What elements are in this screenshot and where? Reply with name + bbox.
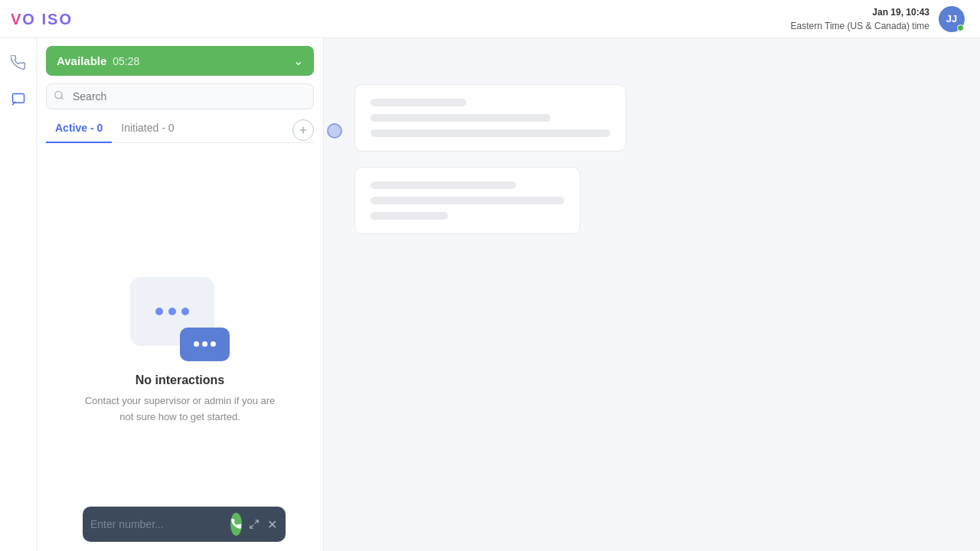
avatar[interactable]: JJ <box>939 6 965 32</box>
skeleton-line <box>371 99 466 106</box>
chevron-down-icon: ⌄ <box>293 54 303 68</box>
panel-left: Available 05:28 ⌄ Active - 0 Initiated -… <box>37 38 324 551</box>
tab-initiated[interactable]: Initiated - 0 <box>112 117 183 143</box>
dot-white-1 <box>194 341 199 347</box>
empty-state-title: No interactions <box>136 373 224 387</box>
logo-v: V <box>11 11 22 28</box>
header: Jan 19, 10:43 Eastern Time (US & Canada)… <box>0 0 980 38</box>
logo-o2: O <box>59 11 73 28</box>
dial-call-button[interactable] <box>230 513 242 536</box>
dot-white-2 <box>202 341 207 347</box>
skeleton-line <box>371 129 610 137</box>
avatar-status-dot <box>957 24 964 31</box>
available-time: 05:28 <box>113 55 139 67</box>
main-area <box>324 38 980 551</box>
available-bar[interactable]: Available 05:28 ⌄ <box>46 46 314 76</box>
svg-rect-0 <box>12 94 24 103</box>
dial-close-button[interactable]: ✕ <box>266 513 278 536</box>
search-icon <box>54 90 64 103</box>
available-label: Available <box>57 54 106 67</box>
logo-s: S <box>47 11 59 28</box>
chat-illustration <box>130 269 230 361</box>
search-container <box>46 83 314 109</box>
dial-expand-button[interactable] <box>248 513 260 536</box>
header-time: Jan 19, 10:43 <box>791 5 929 19</box>
skeleton-line <box>371 197 564 204</box>
tab-active[interactable]: Active - 0 <box>46 117 112 143</box>
empty-state-description: Contact your supervisor or admin if you … <box>80 393 279 425</box>
svg-line-3 <box>61 97 64 99</box>
skeleton-card-1 <box>354 84 626 152</box>
dot-white-3 <box>211 341 216 347</box>
skeleton-card-2 <box>354 167 580 234</box>
skeleton-line <box>371 181 516 189</box>
tabs-row: Active - 0 Initiated - 0 <box>46 117 314 143</box>
add-interaction-button[interactable] <box>292 119 314 141</box>
sidebar-icon-chat[interactable] <box>6 87 31 112</box>
avatar-initials: JJ <box>946 13 957 24</box>
header-timezone: Eastern Time (US & Canada) time <box>791 19 929 33</box>
dot-2 <box>168 308 176 315</box>
search-input[interactable] <box>46 83 314 109</box>
empty-state: No interactions Contact your supervisor … <box>37 143 323 551</box>
sidebar <box>0 38 37 551</box>
dot-3 <box>181 308 189 315</box>
dot-1 <box>155 308 163 315</box>
sidebar-icon-calls[interactable] <box>6 51 31 75</box>
dial-bar: ✕ <box>83 507 286 542</box>
chat-bubble-front <box>180 328 230 361</box>
skeleton-line <box>371 114 550 122</box>
logo-i: I <box>41 11 47 28</box>
skeleton-line <box>371 212 448 220</box>
logo-o1: O <box>22 11 36 28</box>
header-datetime: Jan 19, 10:43 Eastern Time (US & Canada)… <box>791 5 929 33</box>
logo: VO ISO <box>0 0 92 38</box>
dial-input[interactable] <box>90 518 224 530</box>
